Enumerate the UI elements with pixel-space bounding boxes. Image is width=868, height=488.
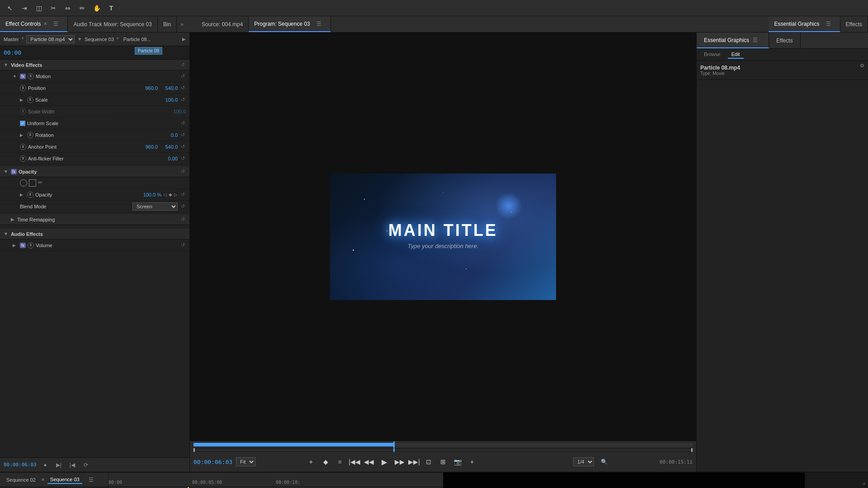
preview-timecode[interactable]: 00:00:06:03 xyxy=(193,459,232,465)
program-menu-btn[interactable]: ☰ xyxy=(313,21,325,27)
rotation-stopwatch[interactable]: ⧗ xyxy=(27,132,33,138)
seq02-tab[interactable]: Sequence 02 xyxy=(4,476,38,483)
ec-bottom-btn2[interactable]: ▶| xyxy=(54,460,64,470)
ec-bottom-btn3[interactable]: |◀ xyxy=(67,460,77,470)
seq-more[interactable]: ☰ xyxy=(85,477,97,483)
ec-timecode[interactable]: 00:00 xyxy=(0,49,21,56)
anti-flicker-reset[interactable]: ↺ xyxy=(179,155,186,162)
scale-value[interactable]: 100.0 xyxy=(160,97,178,103)
opacity-toggle[interactable]: ▶ xyxy=(20,192,25,197)
anchor-stopwatch[interactable]: ⧗ xyxy=(20,144,26,150)
scale-reset[interactable]: ↺ xyxy=(179,97,186,103)
play-btn[interactable]: ▶ xyxy=(377,455,392,469)
rotation-toggle[interactable]: ▶ xyxy=(20,133,25,137)
hand-btn[interactable]: ✋ xyxy=(90,2,103,14)
ec-bottom-btn1[interactable]: ● xyxy=(40,460,50,470)
blend-reset[interactable]: ↺ xyxy=(179,203,186,210)
volume-reset[interactable]: ↺ xyxy=(179,242,186,249)
ec-bottom-btn4[interactable]: ⟳ xyxy=(81,460,91,470)
zoom-fit-btn[interactable]: 🔍 xyxy=(598,455,610,468)
go-in-btn[interactable]: |◀◀ xyxy=(348,455,361,468)
anti-flicker-value[interactable]: 0.00 xyxy=(160,156,178,161)
position-reset[interactable]: ↺ xyxy=(179,85,186,91)
add-marker-btn[interactable]: ◆ xyxy=(319,455,332,468)
effect-controls-menu[interactable]: ☰ xyxy=(50,21,62,27)
effect-controls-tab[interactable]: Effect Controls ✕ ☰ xyxy=(0,16,68,32)
slip-btn[interactable]: ⇔ xyxy=(61,2,74,14)
pen-btn[interactable]: ✏ xyxy=(76,2,89,14)
volume-toggle[interactable]: ▶ xyxy=(13,243,18,248)
ve-toggle[interactable]: ▼ xyxy=(4,62,8,67)
step-back-btn[interactable]: ◀◀ xyxy=(363,455,375,468)
effects-tab[interactable]: Effects xyxy=(840,16,868,32)
zoom-select[interactable]: Fit xyxy=(236,457,255,466)
ripple-edit-btn[interactable]: ◫ xyxy=(33,2,45,14)
essential-graphics-tab[interactable]: Essential Graphics ☰ xyxy=(769,16,840,32)
effects-right-tab[interactable]: Effects xyxy=(769,33,800,48)
opacity-value[interactable]: 100.0 % xyxy=(143,192,161,197)
ec-chevron2[interactable]: ▶ xyxy=(182,37,186,42)
safe-btn[interactable]: ⊞ xyxy=(437,455,449,468)
time-remap-reset[interactable]: ↺ xyxy=(179,216,186,223)
opacity-rect-btn[interactable] xyxy=(29,179,36,187)
track-select-btn[interactable]: ⇥ xyxy=(18,2,31,14)
rotation-reset[interactable]: ↺ xyxy=(179,132,186,138)
panels-more-btn[interactable]: » xyxy=(177,16,187,32)
anchor-y-value[interactable]: 540.0 xyxy=(160,144,178,150)
opacity-ellipse-btn[interactable] xyxy=(20,179,27,187)
bin-tab[interactable]: Bin xyxy=(158,16,177,32)
opacity-bar-left[interactable]: ◁ xyxy=(163,192,167,197)
time-remapping-header[interactable]: ▶ Time Remapping ↺ xyxy=(0,214,189,225)
position-x-value[interactable]: 960.0 xyxy=(140,85,158,91)
ae-toggle[interactable]: ▼ xyxy=(4,231,8,236)
opacity-section-toggle[interactable]: ▼ xyxy=(4,169,8,174)
opacity-bar-right[interactable]: ▷ xyxy=(174,192,178,197)
browse-subtab[interactable]: Browse xyxy=(700,51,724,59)
position-stopwatch[interactable]: ⧗ xyxy=(20,85,26,91)
ec-chevron[interactable]: ▼ xyxy=(77,37,82,42)
fraction-select[interactable]: 1/4 xyxy=(573,457,594,466)
motion-toggle[interactable]: ▼ xyxy=(13,74,18,79)
video-effects-header[interactable]: ▼ Video Effects ↺ xyxy=(0,60,189,70)
motion-reset[interactable]: ↺ xyxy=(179,73,186,80)
loop-btn[interactable]: ⊡ xyxy=(422,455,435,468)
mark-out-btn[interactable]: ⌗ xyxy=(334,455,346,468)
step-fwd-btn[interactable]: ▶▶ xyxy=(393,455,406,468)
opacity-stopwatch[interactable]: ⧗ xyxy=(27,192,33,198)
rotation-value[interactable]: 0.0 xyxy=(160,132,178,138)
uniform-scale-reset[interactable]: ↺ xyxy=(179,120,186,127)
audio-effects-header[interactable]: ▼ Audio Effects xyxy=(0,229,189,239)
scale-stopwatch[interactable]: ⧗ xyxy=(27,97,33,103)
add-btn[interactable]: + xyxy=(466,455,478,468)
essential-graphics-right-tab[interactable]: Essential Graphics ☰ xyxy=(697,33,769,48)
timeline-ruler[interactable]: 00:00 00:00:05:00 00:00:10: xyxy=(108,473,443,487)
audio-track-mixer-tab[interactable]: Audio Track Mixer: Sequence 03 xyxy=(68,16,157,32)
anchor-reset[interactable]: ↺ xyxy=(179,144,186,150)
camera-btn[interactable]: 📷 xyxy=(451,455,464,468)
razor-btn[interactable]: ✂ xyxy=(47,2,60,14)
seq02-close[interactable]: ✕ xyxy=(41,477,45,482)
select-tool-btn[interactable]: ↖ xyxy=(4,2,16,14)
source-monitor-tab[interactable]: Source: 004.mp4 xyxy=(196,16,249,32)
opacity-section-reset[interactable]: ↺ xyxy=(179,169,186,175)
blend-mode-select[interactable]: Screen xyxy=(132,202,178,211)
volume-stopwatch[interactable]: ⧗ xyxy=(28,242,34,249)
essential-graphics-menu[interactable]: ☰ xyxy=(822,21,835,27)
eg-menu[interactable]: ☰ xyxy=(749,37,761,43)
ve-reset[interactable]: ↺ xyxy=(179,62,186,68)
antiflicker-stopwatch[interactable]: ⧗ xyxy=(20,155,26,162)
opacity-section-header[interactable]: ▼ fx Opacity ↺ xyxy=(0,166,189,177)
uniform-scale-checkbox[interactable]: ✓ xyxy=(20,121,25,126)
preview-timebar[interactable] xyxy=(193,443,693,446)
edit-subtab[interactable]: Edit xyxy=(728,51,744,59)
motion-stopwatch[interactable]: ⧗ xyxy=(28,73,34,80)
position-y-value[interactable]: 540.0 xyxy=(160,85,178,91)
anchor-x-value[interactable]: 960.0 xyxy=(140,144,158,150)
program-monitor-tab[interactable]: Program: Sequence 03 ☰ xyxy=(249,16,330,32)
opacity-pen-btn[interactable]: ✏ xyxy=(38,179,45,187)
clip-select[interactable]: Particle 08.mp4 xyxy=(26,35,75,43)
opacity-keyframe-btn[interactable]: ◆ xyxy=(169,192,172,197)
mark-in-btn[interactable]: ⌖ xyxy=(305,455,317,468)
time-remap-toggle[interactable]: ▶ xyxy=(11,217,14,222)
settings-icon[interactable]: ⚙ xyxy=(860,63,864,69)
